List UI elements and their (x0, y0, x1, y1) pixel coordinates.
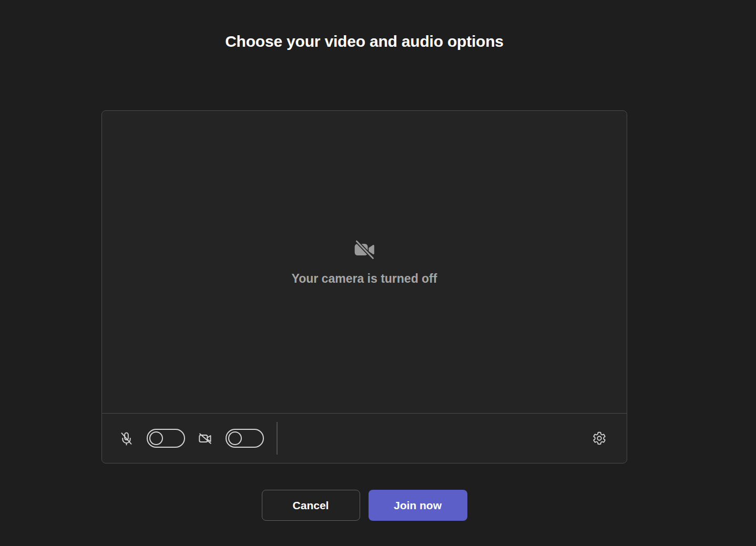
camera-off-filled-icon (353, 238, 376, 261)
camera-off-icon (198, 431, 213, 446)
device-toolbar (102, 414, 627, 463)
mic-off-icon (119, 431, 134, 446)
join-now-button[interactable]: Join now (369, 490, 467, 521)
action-buttons: Cancel Join now (101, 490, 627, 521)
toolbar-divider (277, 422, 278, 455)
camera-status-text: Your camera is turned off (292, 272, 437, 286)
mic-toggle-knob (149, 431, 163, 445)
camera-toggle[interactable] (226, 429, 264, 448)
mic-toggle[interactable] (147, 429, 185, 448)
settings-button[interactable] (591, 430, 608, 447)
prejoin-screen: Choose your video and audio options Your… (0, 0, 756, 546)
gear-icon (591, 430, 607, 446)
page-title: Choose your video and audio options (101, 33, 627, 50)
video-preview-panel: Your camera is turned off (101, 110, 627, 463)
camera-toggle-knob (228, 431, 242, 445)
cancel-button[interactable]: Cancel (262, 490, 360, 521)
camera-preview-area: Your camera is turned off (102, 111, 627, 414)
